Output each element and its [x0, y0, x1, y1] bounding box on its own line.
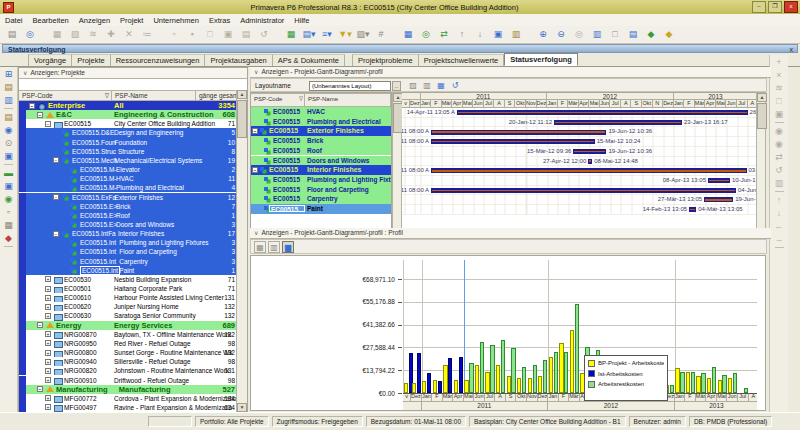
layout-toolbar-icon[interactable]: ▦	[435, 80, 447, 91]
toolbar-icon[interactable]: ▫	[166, 27, 182, 42]
toolbar-icon[interactable]: ≋	[773, 82, 786, 94]
tab-projektprobleme[interactable]: Projektprobleme	[352, 54, 419, 66]
toolbar-icon[interactable]: ≡▾	[319, 27, 335, 42]
tree-row[interactable]: EC00515.StrucStructure8	[19, 147, 237, 156]
menu-item-bearbeiten[interactable]: Bearbeiten	[28, 16, 74, 25]
gantt-bar[interactable]	[573, 149, 606, 154]
tree-row[interactable]: +EC00620Juniper Nursing Home132	[19, 302, 237, 311]
menu-item-hilfe[interactable]: Hilfe	[289, 16, 314, 25]
gantt-panel-header[interactable]: ∨Anzeigen - Projekt-Gantt-Diagramm/-prof…	[250, 67, 771, 78]
expand-expand-icon[interactable]: +	[45, 350, 51, 356]
toolbar-icon[interactable]: ↺	[256, 27, 272, 42]
menu-item-extras[interactable]: Extras	[204, 16, 235, 25]
tab-statusverfolgung[interactable]: Statusverfolgung	[504, 53, 578, 66]
toolbar-icon[interactable]: ▦	[2, 219, 15, 231]
tree-row[interactable]: EC00515.M-Elevator2	[19, 165, 237, 174]
toolbar-icon[interactable]: ▧	[67, 27, 83, 42]
expand-collapse-icon[interactable]: −	[53, 157, 59, 163]
gantt-row[interactable]: 14-Feb-13 13:0504-Mär-13 13:05	[402, 205, 756, 215]
tree-row[interactable]: +MFG00772Cordova - Plant Expansion & Mod…	[19, 394, 237, 403]
wbs-row[interactable]: EC00515Carpentry	[251, 194, 391, 204]
tree-row[interactable]: +NRG00940Sillersville - Refuel Outage98	[19, 357, 237, 366]
toolbar-icon[interactable]: ↑	[773, 194, 786, 206]
expand-expand-icon[interactable]: +	[45, 359, 51, 365]
layout-toolbar-icon[interactable]: ▥	[421, 80, 433, 91]
selected-code-box[interactable]: EC00515	[269, 205, 305, 213]
toolbar-icon[interactable]: ↑	[454, 27, 470, 42]
toolbar-icon[interactable]: ×	[773, 69, 786, 81]
wbs-vertical-scrollbar[interactable]: ▲ ▼	[392, 92, 402, 243]
menu-item-datei[interactable]: Datei	[0, 16, 28, 25]
tree-row[interactable]: −EC00515.IntFaInterior Finishes17	[19, 229, 237, 238]
tree-row[interactable]: −EnterpriseAll3354	[19, 101, 237, 110]
tree-row[interactable]: +NRG00800Sunset Gorge - Routine Maintena…	[19, 348, 237, 357]
toolbar-icon[interactable]: ↺	[773, 164, 786, 176]
gantt-bar[interactable]	[588, 159, 592, 164]
gantt-bar[interactable]	[457, 110, 748, 115]
wbs-row[interactable]: EC00515Floor and Carpeting	[251, 185, 391, 195]
toolbar-icon[interactable]: ▣	[2, 180, 15, 192]
expand-expand-icon[interactable]: +	[45, 340, 51, 346]
layout-toolbar-icon[interactable]: ▨	[407, 80, 419, 91]
tree-row[interactable]: EC00515.E>Doors and Windows3	[19, 220, 237, 229]
tree-row[interactable]: −EC00515City Center Office Building Addi…	[19, 119, 237, 128]
toolbar-icon[interactable]: #	[373, 27, 389, 42]
toolbar-icon[interactable]: ▦	[283, 27, 299, 42]
tree-row[interactable]: +NRG00910Driftwood - Refuel Outage98	[19, 376, 237, 385]
toolbar-icon[interactable]: ↓	[773, 207, 786, 219]
toolbar-icon[interactable]: □	[607, 27, 623, 42]
tree-row[interactable]: −EC00515.ExFaExterior Finishes12	[19, 193, 237, 202]
menu-item-administrator[interactable]: Administrator	[235, 16, 289, 25]
wbs-row[interactable]: EC00515Brick	[251, 136, 391, 146]
profile-panel-header[interactable]: ∨Anzeigen - Projekt-Gantt-Diagramm/-prof…	[250, 228, 771, 239]
gantt-vertical-scrollbar[interactable]: ▲ ▼	[756, 92, 766, 243]
tree-row[interactable]: EC00515.IntPlumbing and Lighting Fixture…	[19, 238, 237, 247]
tree-row[interactable]: +EC00530Nesbid Building Expansion71	[19, 275, 237, 284]
gantt-row[interactable]: 15-Mär-12 09:3619-Jun-12 10:36	[402, 147, 756, 157]
gantt-row[interactable]: 01-Feb-11 08:00 A03-Jun-13	[402, 166, 756, 176]
tree-row[interactable]: +EC00630Saratoga Senior Community132	[19, 311, 237, 320]
gantt-bar[interactable]	[704, 197, 733, 202]
tree-row[interactable]: −EnergyEnergy Services689	[19, 321, 237, 330]
expand-collapse-icon[interactable]: −	[37, 322, 43, 328]
tab-projekte[interactable]: Projekte	[72, 54, 111, 66]
tree-row[interactable]: −ManufacturingManufacturing527	[19, 385, 237, 394]
restore-button[interactable]: ❐	[768, 1, 782, 13]
toolbar-icon[interactable]: ▣	[490, 27, 506, 42]
sort-icon[interactable]: ∇	[105, 91, 109, 101]
toolbar-icon[interactable]: ▪	[184, 27, 200, 42]
tree-row[interactable]: EC00515.IntCarpentry3	[19, 257, 237, 266]
toolbar-icon[interactable]: ▨▾	[355, 27, 371, 42]
wbs-row[interactable]: EC00515Doors and Windows	[251, 156, 391, 166]
tree-row[interactable]: +NRG00870Baytown, TX - Offline Maintenan…	[19, 330, 237, 339]
expand-expand-icon[interactable]: +	[45, 276, 51, 282]
wbs-row[interactable]: EC00515Paint	[251, 204, 391, 214]
gantt-bar[interactable]	[431, 168, 746, 173]
column-header-2[interactable]: PSP-Name	[112, 90, 196, 101]
expand-expand-icon[interactable]: +	[45, 295, 51, 301]
toolbar-icon[interactable]: ▥	[773, 177, 786, 189]
expand-expand-icon[interactable]: +	[45, 377, 51, 383]
toolbar-icon[interactable]: ▤	[238, 27, 254, 42]
tab-vorg-nge[interactable]: Vorgänge	[28, 54, 72, 66]
expand-collapse-icon[interactable]: −	[252, 128, 258, 134]
gantt-row[interactable]: 08-Apr-13 13:0510-Jun-13	[402, 176, 756, 186]
tree-row[interactable]: EC00515.E>Roof1	[19, 211, 237, 220]
gantt-bar[interactable]	[554, 120, 682, 125]
expand-collapse-icon[interactable]: −	[252, 167, 258, 173]
tree-row[interactable]: EC00515.M-HVAC11	[19, 174, 237, 183]
scroll-up-icon[interactable]: ▲	[757, 93, 767, 102]
scroll-down-icon[interactable]: ▼	[237, 403, 247, 412]
profile-view-icon[interactable]: ▥	[268, 241, 280, 253]
tree-row[interactable]: −E&CEngineering & Construction608	[19, 110, 237, 119]
toolbar-icon[interactable]: ⊕	[535, 27, 551, 42]
wbs-row[interactable]: EC00515HVAC	[251, 107, 391, 117]
layout-toolbar-icon[interactable]: ↺	[449, 80, 461, 91]
gantt-row[interactable]: 14-Apr-11 13:05 A26-Jul-13	[402, 108, 756, 118]
wbs-row[interactable]: −EC00515Exterior Finishes	[251, 126, 391, 136]
expand-collapse-icon[interactable]: −	[45, 121, 51, 127]
wbs-row[interactable]: EC00515Plumbing and Electrical	[251, 117, 391, 127]
expand-collapse-icon[interactable]: −	[37, 112, 43, 118]
toolbar-icon[interactable]: ▦	[49, 27, 65, 42]
gantt-bar[interactable]	[689, 207, 696, 212]
